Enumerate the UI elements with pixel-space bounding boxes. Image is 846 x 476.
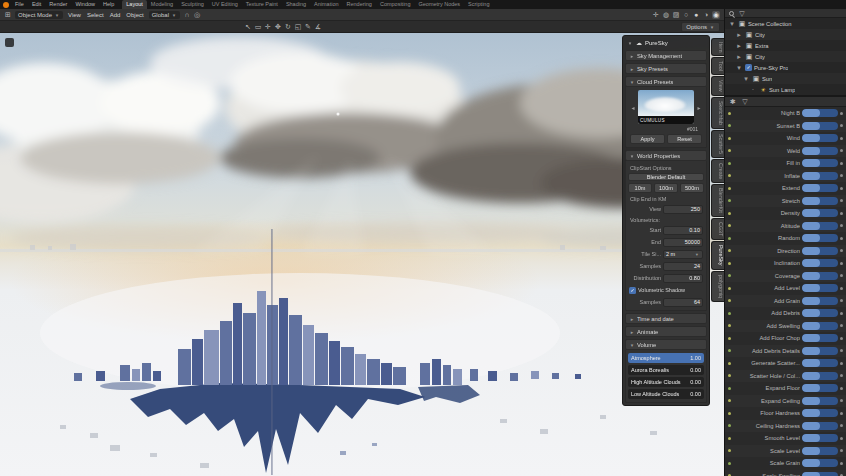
decorator-icon[interactable] — [840, 249, 843, 252]
3d-viewport[interactable]: PureSky Sky Management Sky Presets Cloud… — [0, 33, 724, 476]
property-row[interactable]: Scatter Hole / Col... — [725, 370, 846, 383]
tweak-icon[interactable] — [244, 23, 252, 31]
property-row[interactable]: Smooth Level — [725, 432, 846, 445]
sidebar-tab[interactable]: View — [711, 76, 724, 96]
workspace-tab[interactable]: Geometry Nodes — [415, 0, 465, 9]
property-row[interactable]: Add Grain — [725, 295, 846, 308]
workspace-tab[interactable]: Rendering — [343, 0, 376, 9]
decorator-icon[interactable] — [840, 324, 843, 327]
volume-slider[interactable]: Atmosphere 1.00 — [628, 353, 704, 363]
property-slider[interactable] — [802, 197, 838, 205]
volume-slider[interactable]: Aurora Borealis 0.00 — [628, 365, 704, 375]
property-row[interactable]: Random — [725, 232, 846, 245]
property-slider[interactable] — [802, 159, 838, 167]
decorator-icon[interactable] — [840, 462, 843, 465]
outliner-row[interactable]: Pure-Sky Pro — [725, 62, 846, 73]
decorator-icon[interactable] — [840, 212, 843, 215]
puresky-panel-header[interactable]: PureSky — [625, 38, 707, 48]
shadow-samples-field[interactable]: 64 — [663, 298, 703, 307]
blender-default-button[interactable]: Blender Default — [628, 173, 704, 181]
keyframe-dot-icon[interactable] — [728, 437, 731, 440]
property-slider[interactable] — [802, 359, 838, 367]
keyframe-dot-icon[interactable] — [728, 424, 731, 427]
property-slider[interactable] — [802, 272, 838, 280]
property-row[interactable]: Extend — [725, 182, 846, 195]
property-row[interactable]: Generate Scatter... — [725, 357, 846, 370]
property-slider[interactable] — [802, 372, 838, 380]
property-row[interactable]: Direction — [725, 245, 846, 258]
topbar-menu[interactable]: Render — [46, 0, 70, 9]
shading-wireframe-icon[interactable] — [682, 11, 690, 19]
prev-preset-icon[interactable] — [630, 104, 636, 111]
property-slider[interactable] — [802, 334, 838, 342]
property-row[interactable]: Fill in — [725, 157, 846, 170]
workspace-tab[interactable]: UV Editing — [208, 0, 242, 9]
property-row[interactable]: Sunset B — [725, 120, 846, 133]
property-slider[interactable] — [802, 384, 838, 392]
section-sky-presets[interactable]: Sky Presets — [625, 63, 707, 74]
xray-icon[interactable] — [672, 11, 680, 19]
clip-distance-button[interactable]: 10m — [628, 183, 652, 193]
tile-size-dropdown[interactable]: 2 m — [663, 250, 703, 259]
keyframe-dot-icon[interactable] — [728, 162, 731, 165]
decorator-icon[interactable] — [840, 287, 843, 290]
decorator-icon[interactable] — [840, 174, 843, 177]
topbar-menu[interactable]: File — [12, 0, 27, 9]
outliner-row[interactable]: City — [725, 29, 846, 40]
property-row[interactable]: Inflate — [725, 170, 846, 183]
annotate-icon[interactable] — [304, 23, 312, 31]
keyframe-dot-icon[interactable] — [728, 262, 731, 265]
topbar-menu[interactable]: Help — [100, 0, 117, 9]
section-animate[interactable]: Animate — [625, 326, 707, 337]
property-row[interactable]: Add Debris Details — [725, 345, 846, 358]
keyframe-dot-icon[interactable] — [728, 137, 731, 140]
blender-logo-icon[interactable] — [3, 2, 9, 8]
keyframe-dot-icon[interactable] — [728, 174, 731, 177]
property-slider[interactable] — [802, 297, 838, 305]
decorator-icon[interactable] — [840, 237, 843, 240]
viewport-menu[interactable]: Add — [108, 12, 123, 18]
decorator-icon[interactable] — [840, 399, 843, 402]
collapse-icon[interactable] — [627, 40, 633, 46]
sidebar-tab[interactable]: Create — [711, 159, 724, 183]
keyframe-dot-icon[interactable] — [728, 124, 731, 127]
decorator-icon[interactable] — [840, 262, 843, 265]
property-row[interactable]: Expand Ceiling — [725, 395, 846, 408]
keyframe-dot-icon[interactable] — [728, 199, 731, 202]
sidebar-tab[interactable]: BlenderKit — [711, 184, 724, 217]
shading-material-icon[interactable] — [702, 11, 710, 19]
decorator-icon[interactable] — [840, 274, 843, 277]
gizmo-icon[interactable] — [652, 11, 660, 19]
keyframe-dot-icon[interactable] — [728, 399, 731, 402]
property-slider[interactable] — [802, 134, 838, 142]
decorator-icon[interactable] — [840, 224, 843, 227]
property-slider[interactable] — [802, 259, 838, 267]
next-preset-icon[interactable] — [696, 104, 702, 111]
section-world-properties[interactable]: World Properties — [625, 150, 707, 161]
property-row[interactable]: Scale Level — [725, 445, 846, 458]
sidebar-tab[interactable]: PureSky — [711, 241, 724, 269]
filter-icon[interactable] — [738, 9, 746, 17]
keyframe-dot-icon[interactable] — [728, 449, 731, 452]
property-slider[interactable] — [802, 309, 838, 317]
outliner-row[interactable]: Scene Collection — [725, 18, 846, 29]
shading-rendered-icon[interactable] — [712, 11, 720, 19]
property-slider[interactable] — [802, 122, 838, 130]
keyframe-dot-icon[interactable] — [728, 212, 731, 215]
decorator-icon[interactable] — [840, 374, 843, 377]
property-row[interactable]: Weld — [725, 145, 846, 158]
property-row[interactable]: Scale Grain — [725, 457, 846, 470]
property-slider[interactable] — [802, 209, 838, 217]
samples-field[interactable]: 24 — [663, 262, 703, 271]
decorator-icon[interactable] — [840, 124, 843, 127]
property-slider[interactable] — [802, 472, 838, 476]
decorator-icon[interactable] — [840, 349, 843, 352]
viewport-menu[interactable]: Object — [124, 12, 145, 18]
outliner-row[interactable]: City — [725, 51, 846, 62]
keyframe-dot-icon[interactable] — [728, 299, 731, 302]
keyframe-dot-icon[interactable] — [728, 149, 731, 152]
property-row[interactable]: Add Debris — [725, 307, 846, 320]
property-row[interactable]: Expand Floor — [725, 382, 846, 395]
end-field[interactable]: 50000 — [663, 238, 703, 247]
volumetric-shadow-checkbox[interactable] — [629, 287, 636, 294]
